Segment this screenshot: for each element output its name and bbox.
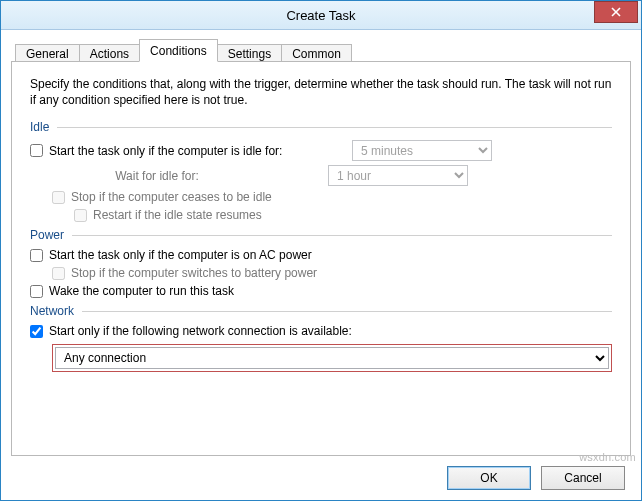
section-idle: Idle — [30, 120, 612, 134]
network-start-row: Start only if the following network conn… — [30, 324, 612, 338]
network-combo-highlight: Any connection — [52, 344, 612, 372]
tab-strip: General Actions Conditions Settings Comm… — [15, 38, 631, 61]
close-button[interactable] — [594, 1, 638, 23]
power-battery-checkbox[interactable] — [52, 267, 65, 280]
titlebar: Create Task — [1, 1, 641, 30]
idle-wait-row: Wait for idle for: 1 hour — [52, 165, 612, 186]
idle-restart-checkbox[interactable] — [74, 209, 87, 222]
idle-start-checkbox[interactable] — [30, 144, 43, 157]
idle-stop-label: Stop if the computer ceases to be idle — [71, 190, 272, 204]
network-start-label: Start only if the following network conn… — [49, 324, 352, 338]
divider — [72, 235, 612, 236]
network-connection-select[interactable]: Any connection — [55, 347, 609, 369]
divider — [57, 127, 612, 128]
section-power-label: Power — [30, 228, 64, 242]
idle-stop-row: Stop if the computer ceases to be idle — [52, 190, 612, 204]
section-idle-label: Idle — [30, 120, 49, 134]
conditions-panel: Specify the conditions that, along with … — [11, 61, 631, 456]
idle-restart-row: Restart if the idle state resumes — [74, 208, 612, 222]
power-battery-row: Stop if the computer switches to battery… — [52, 266, 612, 280]
client-area: General Actions Conditions Settings Comm… — [1, 30, 641, 500]
idle-start-label: Start the task only if the computer is i… — [49, 144, 282, 158]
section-network-label: Network — [30, 304, 74, 318]
tab-conditions[interactable]: Conditions — [139, 39, 218, 62]
idle-wait-label: Wait for idle for: — [52, 169, 262, 183]
close-icon — [611, 7, 621, 17]
window-title: Create Task — [1, 8, 641, 23]
power-ac-checkbox[interactable] — [30, 249, 43, 262]
idle-start-row: Start the task only if the computer is i… — [30, 140, 612, 161]
section-network: Network — [30, 304, 612, 318]
power-wake-checkbox[interactable] — [30, 285, 43, 298]
power-wake-label: Wake the computer to run this task — [49, 284, 234, 298]
idle-restart-label: Restart if the idle state resumes — [93, 208, 262, 222]
idle-duration-select[interactable]: 5 minutes — [352, 140, 492, 161]
create-task-window: Create Task General Actions Conditions S… — [0, 0, 642, 501]
idle-stop-checkbox[interactable] — [52, 191, 65, 204]
network-start-checkbox[interactable] — [30, 325, 43, 338]
power-wake-row: Wake the computer to run this task — [30, 284, 612, 298]
idle-wait-select[interactable]: 1 hour — [328, 165, 468, 186]
power-ac-label: Start the task only if the computer is o… — [49, 248, 312, 262]
power-battery-label: Stop if the computer switches to battery… — [71, 266, 317, 280]
divider — [82, 311, 612, 312]
intro-text: Specify the conditions that, along with … — [30, 76, 612, 108]
cancel-button[interactable]: Cancel — [541, 466, 625, 490]
power-ac-row: Start the task only if the computer is o… — [30, 248, 612, 262]
ok-button[interactable]: OK — [447, 466, 531, 490]
section-power: Power — [30, 228, 612, 242]
button-bar: OK Cancel — [11, 456, 631, 492]
